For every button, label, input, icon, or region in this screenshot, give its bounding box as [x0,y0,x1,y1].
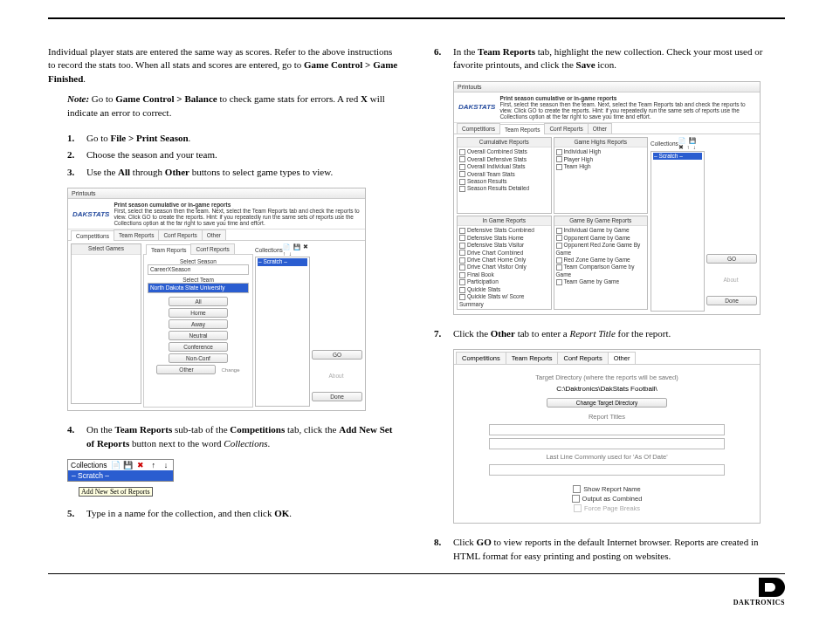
delete-icon[interactable]: ✖ [135,461,146,469]
tab-other[interactable]: Other [202,230,226,240]
list-item[interactable]: Defensive Stats Visitor [459,242,549,249]
cumulative-reports-list[interactable]: Cumulative Reports Overall Combined Stat… [457,137,552,214]
btn-other[interactable]: Other [156,365,216,374]
list-item[interactable]: Red Zone Game by Game [556,257,646,264]
btn-home[interactable]: Home [169,308,228,318]
step-6: 6.In the Team Reports tab, highlight the… [434,45,785,72]
in-game-reports-list[interactable]: In Game Reports Defensive Stats Combined… [457,216,552,310]
done-button[interactable]: Done [312,392,362,401]
go-button[interactable]: GO [706,254,757,264]
save-icon[interactable]: 💾 [123,461,134,469]
window-title: Printouts [454,82,760,92]
up-icon[interactable]: ↑ [148,461,159,469]
cb-force-page-breaks [574,504,582,512]
list-item[interactable]: Defensive Stats Home [459,235,549,242]
tab-team-reports[interactable]: Team Reports [506,352,559,364]
list-item[interactable]: Quickie Stats w/ Score Summary [459,293,549,308]
tab-team-reports[interactable]: Team Reports [114,230,159,240]
list-item[interactable]: Team Comparison Game by Game [556,264,646,278]
list-item[interactable]: Participation [459,278,549,285]
list-item[interactable]: Drive Chart Visitor Only [459,264,549,271]
bottom-rule [48,573,785,574]
target-path-text: C:\Daktronics\DakStats Football\ [472,385,742,393]
done-button[interactable]: Done [706,296,757,305]
down-icon[interactable]: ↓ [161,461,171,469]
list-item[interactable]: Opponent Game by Game [556,235,646,242]
note-text: Note: Go to Game Control > Balance to ch… [67,92,399,120]
game-by-game-list[interactable]: Game By Game Reports Individual Game by … [554,216,649,310]
change-link[interactable]: Change [221,367,239,373]
list-item[interactable]: Defensive Stats Combined [459,227,549,234]
cb-show-report-name[interactable] [573,485,581,493]
team-select[interactable]: North Dakota State University [148,283,249,293]
figure-printouts-team-reports: Printouts DAKSTATSPrint season cumulativ… [453,81,761,315]
step-3: 3.Use the All through Other buttons to s… [67,166,399,179]
tab-other[interactable]: Other [608,352,637,364]
tab-competitions[interactable]: Competitions [71,230,114,241]
list-item[interactable]: Overall Individual Stats [459,163,549,170]
report-title-field-3[interactable] [489,464,725,476]
step-2: 2.Choose the season and your team. [67,148,399,161]
btn-nonconf[interactable]: Non-Conf [169,353,228,363]
list-item[interactable]: Season Results Detailed [459,185,549,192]
list-item[interactable]: Overall Combined Stats [459,148,549,155]
step-4: 4.On the Team Reports sub-tab of the Com… [67,423,399,450]
step-8: 8.Click GO to view reports in the defaul… [434,536,785,563]
go-button[interactable]: GO [312,350,362,360]
btn-conference[interactable]: Conference [169,342,228,352]
tab-conf-reports[interactable]: Conf Reports [557,352,608,364]
tab-competitions[interactable]: Competitions [457,123,500,134]
daktronics-icon [759,578,785,597]
figure-printouts-competitions: Printouts DAKSTATSPrint season cumulativ… [67,188,366,411]
btn-all[interactable]: All [169,297,228,306]
report-title-field-1[interactable] [489,424,725,435]
step-1: 1.Go to File > Print Season. [67,132,399,145]
season-select[interactable]: CareerXSeason [148,264,249,275]
list-item[interactable]: Individual Game by Game [556,227,646,234]
game-highs-list[interactable]: Game Highs Reports Individual HighPlayer… [554,137,649,214]
window-title: Printouts [68,188,365,199]
add-reports-tooltip: Add New Set of Reports [79,487,153,497]
intro-text: Individual player stats are entered the … [48,45,399,86]
btn-neutral[interactable]: Neutral [169,331,228,340]
list-item[interactable]: Individual High [556,148,646,155]
tab-conf-reports[interactable]: Conf Reports [544,123,588,134]
tab-conf-reports[interactable]: Conf Reports [158,230,202,240]
dakstats-logo: DAKSTATS [458,103,495,111]
list-item[interactable]: Final Book [459,271,549,278]
change-target-button[interactable]: Change Target Directory [547,398,667,408]
figure-collections-toolbar: Collections 📄 💾 ✖ ↑ ↓ – Scratch – [67,459,174,482]
about-button: About [329,373,344,379]
list-item[interactable]: Drive Chart Home Only [459,257,549,264]
btn-away[interactable]: Away [169,319,228,329]
collection-item[interactable]: – Scratch – [68,470,173,481]
list-item[interactable]: Team High [556,163,646,170]
list-item[interactable]: Season Results [459,178,549,185]
list-item[interactable]: Overall Defensive Stats [459,156,549,163]
list-item[interactable]: Scoring Summary [459,308,549,310]
tab-competitions[interactable]: Competitions [456,352,506,364]
top-rule [48,17,785,19]
list-item[interactable]: Player High [556,156,646,163]
subtab-conf-reports[interactable]: Conf Reports [190,243,234,254]
report-title-field-2[interactable] [489,438,725,449]
footer-logo: DAKTRONICS [48,578,785,606]
list-item[interactable]: Overall Team Stats [459,171,549,178]
list-item[interactable]: Team Game by Game [556,278,646,285]
cb-output-combined[interactable] [572,495,580,503]
step-7: 7.Click the Other tab to enter a Report … [434,327,785,340]
about-button: About [724,277,739,283]
figure-other-tab: Competitions Team Reports Conf Reports O… [453,349,761,524]
tab-other[interactable]: Other [588,123,612,134]
subtab-team-reports[interactable]: Team Reports [146,244,191,255]
list-item[interactable]: Quickie Stats [459,286,549,293]
dakstats-logo: DAKSTATS [72,210,109,218]
list-item[interactable]: Drive Chart Combined [459,250,549,257]
list-item[interactable]: Opponent Red Zone Game By Game [556,242,646,257]
add-reports-icon[interactable]: 📄 [111,461,121,469]
step-5: 5.Type in a name for the collection, and… [67,507,399,520]
tab-team-reports[interactable]: Team Reports [499,124,545,134]
